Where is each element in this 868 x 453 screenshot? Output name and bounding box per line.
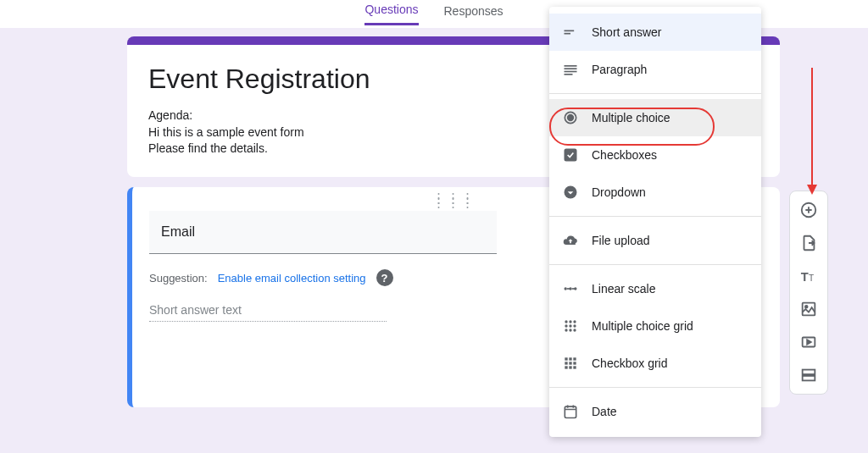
add-section-button[interactable] [798,365,819,385]
svg-point-22 [565,329,567,331]
import-questions-button[interactable] [798,233,819,253]
svg-point-11 [565,287,567,290]
radio-icon [562,109,579,126]
menu-label: File upload [592,234,650,247]
tab-questions[interactable]: Questions [364,3,418,25]
linear-scale-icon [562,280,579,297]
menu-item-multiple-choice-grid[interactable]: Multiple choice grid [549,307,761,345]
svg-rect-30 [573,362,576,364]
svg-point-39 [805,306,808,308]
svg-rect-3 [565,65,577,67]
menu-label: Multiple choice grid [592,319,693,333]
menu-item-checkbox-grid[interactable]: Checkbox grid [549,345,761,382]
menu-item-file-upload[interactable]: File upload [549,222,761,259]
menu-label: Checkbox grid [592,356,668,370]
svg-rect-6 [565,74,573,75]
svg-point-16 [565,320,567,323]
svg-rect-1 [565,30,575,32]
svg-rect-5 [565,71,577,73]
short-answer-icon [562,24,579,41]
checkbox-grid-icon [562,355,579,372]
svg-rect-28 [565,362,567,364]
menu-label: Paragraph [592,63,647,76]
add-title-button[interactable]: TT [798,266,819,286]
question-title-input[interactable] [149,211,497,254]
svg-rect-32 [569,366,571,368]
menu-item-dropdown[interactable]: Dropdown [549,174,761,211]
svg-point-18 [573,320,576,323]
menu-label: Short answer [592,25,661,39]
svg-rect-27 [573,357,576,360]
svg-point-17 [569,320,571,323]
svg-rect-4 [565,68,577,69]
svg-point-15 [574,287,576,290]
calendar-icon [562,403,579,420]
menu-divider [549,216,761,217]
svg-rect-26 [569,357,571,360]
short-answer-preview: Short answer text [149,303,387,322]
svg-text:T: T [809,273,814,283]
menu-label: Dropdown [592,185,646,199]
help-icon[interactable]: ? [376,269,393,286]
svg-point-20 [569,324,571,327]
menu-divider [549,387,761,388]
svg-rect-25 [565,357,567,360]
svg-rect-2 [565,33,571,35]
cloud-upload-icon [562,232,579,249]
menu-item-multiple-choice[interactable]: Multiple choice [549,99,761,136]
svg-rect-34 [565,406,576,417]
side-toolbar: TT [789,191,828,395]
radio-grid-icon [562,318,579,334]
dropdown-icon [562,184,579,201]
menu-item-short-answer[interactable]: Short answer [549,14,761,51]
suggestion-link[interactable]: Enable email collection setting [218,272,366,285]
menu-label: Linear scale [592,282,656,296]
menu-item-checkboxes[interactable]: Checkboxes [549,136,761,174]
suggestion-label: Suggestion: [149,272,208,285]
menu-divider [549,93,761,94]
svg-point-24 [573,329,576,331]
svg-rect-31 [565,366,567,368]
add-video-button[interactable] [798,332,819,352]
svg-rect-42 [803,376,815,381]
add-question-button[interactable] [798,200,819,220]
svg-point-21 [573,324,576,327]
svg-point-19 [565,324,567,327]
svg-text:T: T [801,270,809,284]
add-image-button[interactable] [798,299,819,319]
svg-rect-9 [565,149,576,160]
checkbox-icon [562,146,579,163]
menu-label: Date [592,405,617,418]
menu-item-linear-scale[interactable]: Linear scale [549,270,761,307]
svg-rect-41 [803,370,815,375]
svg-point-23 [569,329,571,331]
svg-point-13 [569,287,571,290]
svg-rect-33 [573,366,576,368]
annotation-arrow [806,68,818,195]
paragraph-icon [562,61,579,78]
svg-rect-29 [569,362,571,364]
menu-label: Multiple choice [592,111,670,124]
menu-item-date[interactable]: Date [549,393,761,430]
question-type-menu[interactable]: Short answer Paragraph Multiple choice C… [549,7,761,437]
tab-responses[interactable]: Responses [444,4,504,25]
menu-divider [549,264,761,265]
svg-point-8 [568,115,574,121]
menu-label: Checkboxes [592,148,657,162]
menu-item-paragraph[interactable]: Paragraph [549,51,761,88]
